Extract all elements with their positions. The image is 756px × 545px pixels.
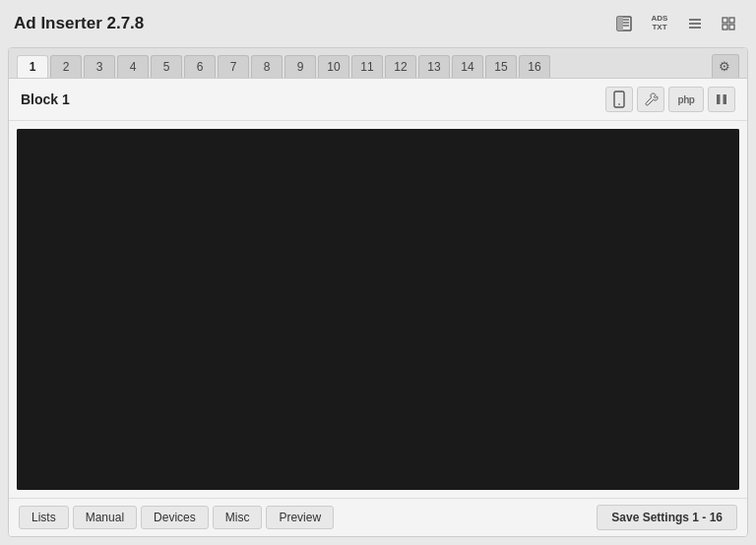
footer: Lists Manual Devices Misc Preview Save S…	[9, 498, 747, 536]
php-label: php	[678, 94, 695, 105]
svg-rect-8	[723, 18, 727, 23]
tab-12[interactable]: 12	[385, 55, 416, 78]
tab-4[interactable]: 4	[117, 55, 149, 78]
svg-rect-11	[729, 25, 734, 30]
tab-2[interactable]: 2	[50, 55, 82, 78]
block-actions: php	[605, 87, 735, 112]
editor-area	[17, 129, 739, 490]
svg-rect-1	[617, 17, 623, 30]
wrench-btn[interactable]	[637, 87, 664, 112]
svg-rect-14	[717, 94, 721, 104]
misc-btn[interactable]: Misc	[213, 506, 263, 529]
list-icon[interactable]	[681, 10, 709, 37]
block-title: Block 1	[21, 91, 70, 107]
grid-icon[interactable]	[715, 10, 742, 37]
tab-7[interactable]: 7	[218, 55, 249, 78]
header-icons: ADSTXT	[610, 10, 742, 37]
devices-btn[interactable]: Devices	[141, 506, 209, 529]
tab-13[interactable]: 13	[418, 55, 450, 78]
block-header: Block 1 php	[9, 79, 747, 121]
tab-11[interactable]: 11	[351, 55, 383, 78]
svg-rect-10	[723, 25, 727, 30]
tab-3[interactable]: 3	[84, 55, 115, 78]
tab-5[interactable]: 5	[151, 55, 182, 78]
preview-btn[interactable]: Preview	[266, 506, 334, 529]
lists-btn[interactable]: Lists	[19, 506, 69, 529]
footer-left-buttons: Lists Manual Devices Misc Preview	[19, 506, 334, 529]
app-title: Ad Inserter 2.7.8	[14, 14, 144, 33]
save-settings-btn[interactable]: Save Settings 1 - 16	[597, 505, 737, 530]
tab-1[interactable]: 1	[17, 55, 48, 78]
tab-16[interactable]: 16	[519, 55, 550, 78]
tab-14[interactable]: 14	[452, 55, 483, 78]
main-container: 1 2 3 4 5 6 7 8 9 10 11 12 13 14 15 16 ⚙…	[8, 47, 748, 537]
pause-btn[interactable]	[708, 87, 735, 112]
tab-9[interactable]: 9	[284, 55, 316, 78]
tab-settings-icon[interactable]: ⚙	[712, 54, 739, 78]
svg-rect-15	[724, 94, 727, 104]
tab-6[interactable]: 6	[184, 55, 216, 78]
device-preview-btn[interactable]	[605, 87, 633, 112]
code-editor[interactable]	[17, 129, 739, 490]
ads-txt-icon[interactable]: ADSTXT	[644, 10, 675, 37]
manual-btn[interactable]: Manual	[73, 506, 137, 529]
tab-15[interactable]: 15	[485, 55, 517, 78]
book-icon[interactable]	[610, 10, 638, 37]
php-btn[interactable]: php	[668, 87, 704, 112]
tab-10[interactable]: 10	[318, 55, 349, 78]
tabs-row: 1 2 3 4 5 6 7 8 9 10 11 12 13 14 15 16 ⚙	[9, 48, 747, 79]
tab-8[interactable]: 8	[251, 55, 283, 78]
app-header: Ad Inserter 2.7.8 ADSTXT	[0, 0, 756, 47]
svg-rect-9	[729, 18, 734, 23]
